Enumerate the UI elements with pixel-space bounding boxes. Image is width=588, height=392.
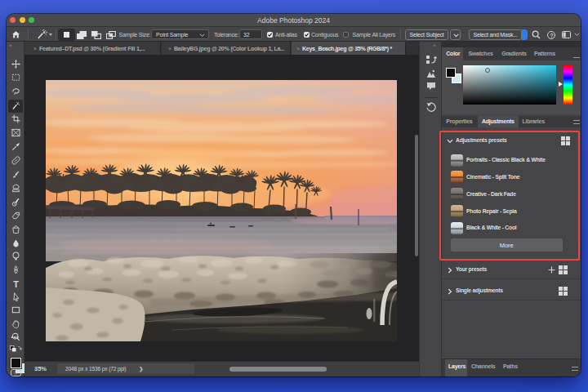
svg-text:T: T bbox=[13, 279, 19, 288]
